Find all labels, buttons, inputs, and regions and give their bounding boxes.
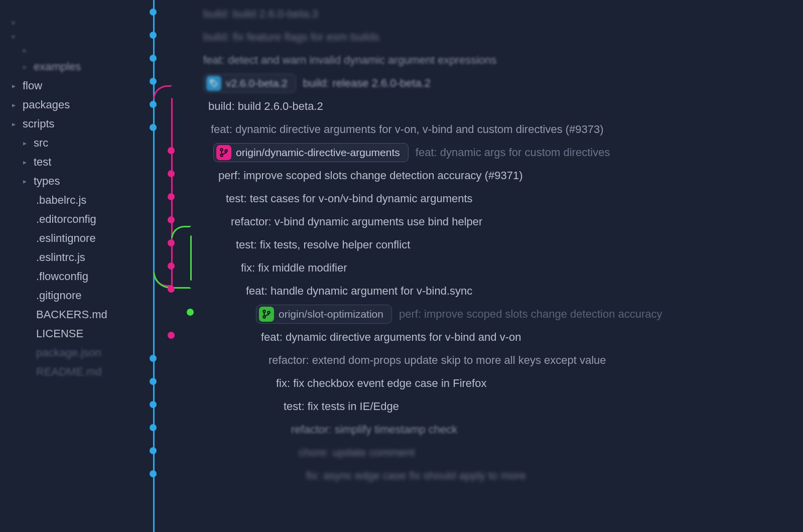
commit-row[interactable]: chore: update comment [138, 441, 803, 464]
file-tree: examplesflowpackagesscriptssrctesttypes.… [0, 0, 138, 532]
commit-message: chore: update comment [299, 446, 415, 459]
tree-file[interactable]: package.json [7, 343, 138, 362]
commit-row[interactable]: fix: async edge case fix should apply to… [138, 464, 803, 487]
commit-row[interactable]: v2.6.0-beta.2build: release 2.6.0-beta.2 [138, 72, 803, 95]
commit-row[interactable]: refactor: v-bind dynamic arguments use b… [138, 210, 803, 233]
commit-row[interactable]: feat: dynamic directive arguments for v-… [138, 326, 803, 349]
commit-message: test: fix tests in IE/Edge [284, 400, 399, 413]
tree-folder[interactable]: scripts [7, 114, 138, 134]
tree-file[interactable]: .gitignore [7, 286, 138, 305]
commit-message: perf: improve scoped slots change detect… [399, 308, 662, 321]
commit-message: feat: dynamic directive arguments for v-… [261, 331, 521, 344]
tag-icon [206, 76, 221, 91]
tree-file[interactable]: .babelrc.js [7, 191, 138, 210]
commit-row[interactable]: origin/dynamic-directive-argumentsfeat: … [138, 141, 803, 164]
commit-message: test: fix tests, resolve helper conflict [236, 238, 410, 251]
tree-file[interactable]: BACKERS.md [7, 305, 138, 324]
tree-folder[interactable]: examples [7, 57, 138, 76]
commit-row[interactable]: refactor: simplify timestamp check [138, 418, 803, 441]
tree-item-label: src [34, 137, 48, 150]
commit-row[interactable]: feat: handle dynamic argument for v-bind… [138, 280, 803, 303]
tree-file[interactable]: .eslintrc.js [7, 248, 138, 267]
commit-row[interactable]: feat: detect and warn invalid dynamic ar… [138, 49, 803, 72]
commit-message: fix: async edge case fix should apply to… [306, 469, 526, 482]
commit-message: build: build 2.6.0-beta.2 [208, 100, 323, 113]
commit-row[interactable]: test: fix tests, resolve helper conflict [138, 233, 803, 256]
branch-icon [216, 145, 231, 160]
commit-message: feat: detect and warn invalid dynamic ar… [203, 54, 497, 67]
tree-item-label: test [34, 156, 51, 169]
tree-item-label: .babelrc.js [36, 194, 86, 207]
tree-item-label: BACKERS.md [36, 308, 107, 321]
tag-label: origin/slot-optimization [279, 308, 383, 320]
tree-item-label: .gitignore [36, 289, 82, 302]
commit-row[interactable]: perf: improve scoped slots change detect… [138, 164, 803, 187]
tree-folder[interactable]: src [7, 134, 138, 153]
git-graph: build: build 2.6.0-beta.3build: fix feat… [138, 0, 803, 532]
commit-message: perf: improve scoped slots change detect… [218, 169, 523, 182]
tree-item-label: .eslintignore [36, 232, 96, 245]
tree-folder[interactable]: flow [7, 76, 138, 95]
commit-message: build: release 2.6.0-beta.2 [303, 77, 431, 90]
tree-folder[interactable]: packages [7, 95, 138, 114]
tree-file[interactable]: .flowconfig [7, 267, 138, 286]
tree-file[interactable]: README.md [7, 362, 138, 381]
tree-folder[interactable]: types [7, 172, 138, 191]
commit-message: build: fix feature flags for esm builds [203, 31, 379, 44]
svg-point-0 [212, 81, 213, 82]
commit-row[interactable]: refactor: extend dom-props update skip t… [138, 349, 803, 372]
svg-point-2 [220, 154, 223, 157]
branch-tag[interactable]: origin/dynamic-directive-arguments [213, 143, 409, 162]
commit-row[interactable]: origin/slot-optimizationperf: improve sc… [138, 303, 803, 326]
tree-item-label: package.json [36, 346, 101, 359]
version-tag[interactable]: v2.6.0-beta.2 [203, 74, 296, 93]
svg-point-1 [220, 149, 223, 151]
commit-message: refactor: extend dom-props update skip t… [269, 354, 606, 367]
branch-tag[interactable]: origin/slot-optimization [256, 305, 392, 324]
tree-folder[interactable] [7, 15, 138, 29]
commit-row[interactable]: build: build 2.6.0-beta.3 [138, 3, 803, 26]
commit-message: refactor: simplify timestamp check [291, 423, 457, 436]
commit-row[interactable]: test: fix tests in IE/Edge [138, 395, 803, 418]
commit-row[interactable]: fix: fix checkbox event edge case in Fir… [138, 372, 803, 395]
branch-icon [259, 307, 274, 322]
svg-point-6 [267, 311, 270, 314]
tree-item-label: .editorconfig [36, 213, 96, 226]
tree-item-label: flow [23, 79, 42, 92]
commit-message: fix: fix checkbox event edge case in Fir… [276, 377, 486, 390]
tree-item-label: README.md [36, 365, 102, 378]
commit-message: feat: dynamic args for custom directives [416, 146, 610, 159]
commit-message: build: build 2.6.0-beta.3 [203, 8, 318, 21]
tree-item-label: LICENSE [36, 327, 83, 340]
svg-point-5 [263, 316, 265, 318]
tree-item-label: scripts [23, 117, 55, 130]
commit-row[interactable]: build: fix feature flags for esm builds [138, 26, 803, 49]
commit-message: fix: fix middle modifier [241, 261, 347, 275]
tree-folder[interactable]: test [7, 153, 138, 172]
tree-item-label: .eslintrc.js [36, 251, 85, 264]
tree-file[interactable]: .eslintignore [7, 229, 138, 248]
svg-point-4 [263, 310, 265, 313]
tree-file[interactable]: .editorconfig [7, 210, 138, 229]
tag-label: v2.6.0-beta.2 [226, 77, 288, 89]
commit-message: feat: handle dynamic argument for v-bind… [246, 285, 472, 298]
commit-row[interactable]: feat: dynamic directive arguments for v-… [138, 118, 803, 141]
commit-row[interactable]: fix: fix middle modifier [138, 256, 803, 280]
tree-item-label: packages [23, 98, 70, 111]
commit-row[interactable]: test: test cases for v-on/v-bind dynamic… [138, 187, 803, 210]
tree-item-label: types [34, 175, 60, 188]
commit-message: refactor: v-bind dynamic arguments use b… [231, 215, 482, 228]
tree-folder[interactable] [7, 43, 138, 57]
commit-row[interactable]: build: build 2.6.0-beta.2 [138, 95, 803, 118]
tree-item-label: .flowconfig [36, 270, 88, 283]
tree-item-label: examples [34, 60, 81, 73]
tree-file[interactable]: LICENSE [7, 324, 138, 343]
commit-message: test: test cases for v-on/v-bind dynamic… [226, 192, 473, 205]
tree-folder[interactable] [7, 29, 138, 43]
svg-point-3 [225, 150, 227, 152]
commit-message: feat: dynamic directive arguments for v-… [211, 123, 604, 136]
tag-label: origin/dynamic-directive-arguments [236, 147, 400, 159]
